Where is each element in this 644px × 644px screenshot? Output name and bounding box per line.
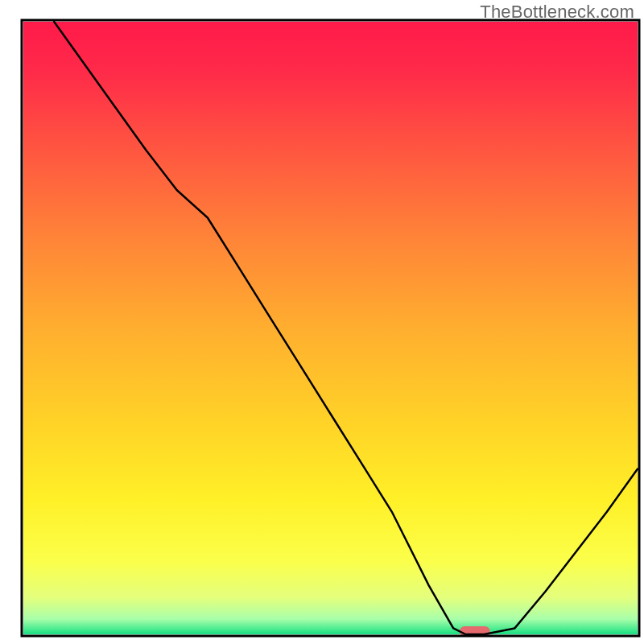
gradient-background xyxy=(23,22,638,634)
bottleneck-chart xyxy=(0,0,644,644)
chart-container: TheBottleneck.com xyxy=(0,0,644,644)
watermark-label: TheBottleneck.com xyxy=(480,2,634,23)
